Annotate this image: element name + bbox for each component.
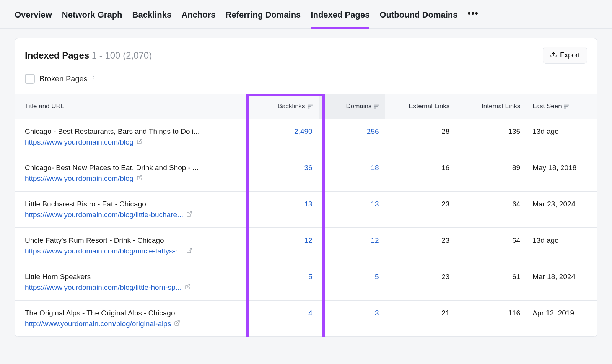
cell-external: 23 [385, 264, 456, 301]
external-link-icon [137, 174, 143, 183]
cell-domains[interactable]: 5 [319, 264, 385, 301]
svg-line-3 [189, 212, 192, 214]
table-row: Uncle Fatty's Rum Resort - Drink - Chica… [15, 228, 597, 264]
col-lastseen[interactable]: Last Seen [526, 94, 597, 119]
row-url[interactable]: https://www.yourdomain.com/blog/little-b… [25, 211, 216, 219]
col-backlinks[interactable]: Backlinks [248, 94, 319, 119]
tab-anchors[interactable]: Anchors [181, 7, 215, 28]
cell-backlinks[interactable]: 2,490 [248, 119, 319, 155]
cell-domains[interactable]: 12 [319, 228, 385, 264]
export-button[interactable]: Export [543, 47, 587, 64]
tab-bar: Overview Network Graph Backlinks Anchors… [0, 0, 612, 29]
table-row: Little Horn Speakers https://www.yourdom… [15, 264, 597, 301]
external-link-icon [137, 138, 143, 146]
table-row: Chicago- Best New Places to Eat, Drink a… [15, 155, 597, 192]
table-row: The Original Alps - The Original Alps - … [15, 301, 597, 337]
sort-icon [308, 102, 313, 110]
broken-pages-label: Broken Pages [39, 75, 88, 83]
external-link-icon [186, 211, 192, 219]
info-icon[interactable]: i [92, 75, 94, 83]
external-link-icon [185, 283, 191, 292]
sort-icon [564, 102, 569, 110]
cell-external: 16 [385, 155, 456, 192]
tab-indexed-pages[interactable]: Indexed Pages [311, 7, 369, 28]
page-title: Indexed Pages 1 - 100 (2,070) [25, 50, 152, 61]
external-link-icon [174, 320, 180, 328]
export-icon [550, 51, 557, 60]
cell-backlinks[interactable]: 4 [248, 301, 319, 337]
row-url[interactable]: https://www.yourdomain.com/blog [25, 138, 216, 146]
cell-domains[interactable]: 13 [319, 192, 385, 228]
page-title-text: Indexed Pages [25, 50, 89, 60]
table-wrap: Title and URL Backlinks Domains External… [15, 94, 597, 337]
svg-line-5 [187, 284, 190, 287]
svg-line-6 [177, 321, 179, 323]
tab-overview[interactable]: Overview [15, 7, 52, 28]
cell-internal: 61 [456, 264, 526, 301]
row-title: The Original Alps - The Original Alps - … [25, 309, 216, 317]
tab-more[interactable]: ••• [468, 8, 479, 27]
cell-external: 21 [385, 301, 456, 337]
broken-pages-checkbox[interactable] [25, 74, 35, 84]
row-url[interactable]: https://www.yourdomain.com/blog [25, 174, 216, 183]
cell-lastseen: 13d ago [526, 228, 597, 264]
col-title[interactable]: Title and URL [15, 94, 248, 119]
row-title: Little Horn Speakers [25, 273, 216, 281]
sort-icon [374, 102, 379, 110]
cell-domains[interactable]: 256 [319, 119, 385, 155]
cell-lastseen: Mar 18, 2024 [526, 264, 597, 301]
cell-internal: 89 [456, 155, 526, 192]
tab-outbound-domains[interactable]: Outbound Domains [379, 7, 457, 28]
external-link-icon [186, 247, 192, 255]
cell-internal: 64 [456, 192, 526, 228]
cell-internal: 64 [456, 228, 526, 264]
cell-backlinks[interactable]: 12 [248, 228, 319, 264]
indexed-pages-panel: Indexed Pages 1 - 100 (2,070) Export Bro… [15, 38, 597, 337]
filter-row: Broken Pages i [15, 68, 597, 94]
tab-referring-domains[interactable]: Referring Domains [226, 7, 301, 28]
tab-backlinks[interactable]: Backlinks [132, 7, 172, 28]
row-url[interactable]: http://www.yourdomain.com/blog/original-… [25, 320, 216, 328]
col-domains[interactable]: Domains [319, 94, 385, 119]
row-url[interactable]: https://www.yourdomain.com/blog/little-h… [25, 283, 216, 292]
indexed-pages-table: Title and URL Backlinks Domains External… [15, 94, 597, 337]
cell-lastseen: 13d ago [526, 119, 597, 155]
cell-external: 28 [385, 119, 456, 155]
svg-line-4 [189, 248, 192, 251]
cell-external: 23 [385, 192, 456, 228]
row-title: Uncle Fatty's Rum Resort - Drink - Chica… [25, 236, 216, 245]
row-title: Chicago - Best Restaurants, Bars and Thi… [25, 127, 216, 136]
svg-line-1 [139, 139, 142, 142]
cell-backlinks[interactable]: 5 [248, 264, 319, 301]
cell-backlinks[interactable]: 13 [248, 192, 319, 228]
cell-domains[interactable]: 18 [319, 155, 385, 192]
svg-line-2 [139, 176, 142, 178]
cell-internal: 135 [456, 119, 526, 155]
cell-external: 23 [385, 228, 456, 264]
col-external[interactable]: External Links [385, 94, 456, 119]
col-internal[interactable]: Internal Links [456, 94, 526, 119]
table-row: Little Bucharest Bistro - Eat - Chicago … [15, 192, 597, 228]
cell-internal: 116 [456, 301, 526, 337]
row-title: Little Bucharest Bistro - Eat - Chicago [25, 200, 216, 208]
tab-network-graph[interactable]: Network Graph [62, 7, 122, 28]
cell-lastseen: Apr 12, 2019 [526, 301, 597, 337]
cell-lastseen: Mar 23, 2024 [526, 192, 597, 228]
cell-domains[interactable]: 3 [319, 301, 385, 337]
cell-lastseen: May 18, 2018 [526, 155, 597, 192]
cell-backlinks[interactable]: 36 [248, 155, 319, 192]
row-url[interactable]: https://www.yourdomain.com/blog/uncle-fa… [25, 247, 216, 255]
row-title: Chicago- Best New Places to Eat, Drink a… [25, 164, 216, 172]
page-range: 1 - 100 (2,070) [92, 50, 152, 60]
export-label: Export [560, 51, 580, 59]
table-row: Chicago - Best Restaurants, Bars and Thi… [15, 119, 597, 155]
